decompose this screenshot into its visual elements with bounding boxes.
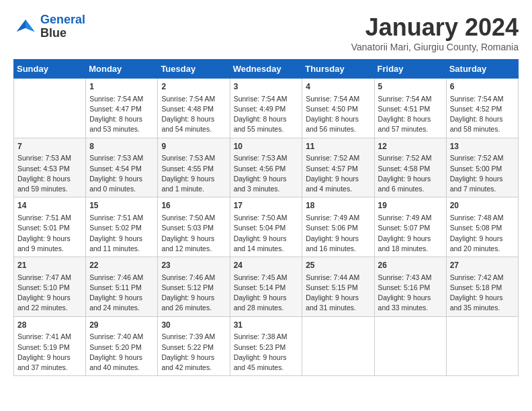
calendar-cell: 16Sunrise: 7:50 AMSunset: 5:03 PMDayligh… [158,197,230,257]
day-info: Sunrise: 7:53 AMSunset: 4:53 PMDaylight:… [17,153,82,194]
calendar-cell: 15Sunrise: 7:51 AMSunset: 5:02 PMDayligh… [86,197,158,257]
day-number: 28 [17,320,82,331]
weekday-header-tuesday: Tuesday [158,60,230,79]
calendar-cell: 29Sunrise: 7:40 AMSunset: 5:20 PMDayligh… [86,316,158,376]
day-info: Sunrise: 7:49 AMSunset: 5:07 PMDaylight:… [378,213,443,254]
day-number: 5 [378,81,443,93]
day-number: 2 [161,81,226,93]
calendar-cell: 1Sunrise: 7:54 AMSunset: 4:47 PMDaylight… [86,79,158,138]
day-number: 1 [89,81,154,93]
day-number: 11 [306,141,370,152]
week-row-4: 21Sunrise: 7:47 AMSunset: 5:10 PMDayligh… [14,257,519,317]
calendar-cell: 26Sunrise: 7:43 AMSunset: 5:16 PMDayligh… [374,257,446,317]
calendar-cell: 17Sunrise: 7:50 AMSunset: 5:04 PMDayligh… [230,197,302,257]
day-info: Sunrise: 7:44 AMSunset: 5:15 PMDaylight:… [306,273,370,314]
day-info: Sunrise: 7:53 AMSunset: 4:54 PMDaylight:… [89,153,154,194]
day-info: Sunrise: 7:38 AMSunset: 5:23 PMDaylight:… [234,332,299,373]
day-number: 13 [450,141,515,152]
day-info: Sunrise: 7:54 AMSunset: 4:48 PMDaylight:… [161,94,226,135]
day-number: 14 [17,200,82,212]
week-row-1: 1Sunrise: 7:54 AMSunset: 4:47 PMDaylight… [14,79,519,138]
day-info: Sunrise: 7:42 AMSunset: 5:18 PMDaylight:… [450,273,515,314]
calendar-table: SundayMondayTuesdayWednesdayThursdayFrid… [13,59,519,376]
day-number: 29 [89,320,154,331]
day-number: 21 [17,260,82,271]
day-info: Sunrise: 7:52 AMSunset: 5:00 PMDaylight:… [450,153,515,194]
day-number: 23 [161,260,226,271]
weekday-header-friday: Friday [374,60,446,79]
calendar-cell: 14Sunrise: 7:51 AMSunset: 5:01 PMDayligh… [14,197,86,257]
day-info: Sunrise: 7:45 AMSunset: 5:14 PMDaylight:… [234,273,299,314]
calendar-cell: 7Sunrise: 7:53 AMSunset: 4:53 PMDaylight… [14,138,86,197]
calendar-cell: 11Sunrise: 7:52 AMSunset: 4:57 PMDayligh… [302,138,374,197]
day-number: 18 [306,200,370,212]
day-info: Sunrise: 7:43 AMSunset: 5:16 PMDaylight:… [378,273,443,314]
calendar-cell: 19Sunrise: 7:49 AMSunset: 5:07 PMDayligh… [374,197,446,257]
calendar-cell: 31Sunrise: 7:38 AMSunset: 5:23 PMDayligh… [230,316,302,376]
calendar-cell: 23Sunrise: 7:46 AMSunset: 5:12 PMDayligh… [158,257,230,317]
day-number: 3 [234,81,299,93]
day-info: Sunrise: 7:51 AMSunset: 5:02 PMDaylight:… [89,213,154,254]
day-info: Sunrise: 7:52 AMSunset: 4:58 PMDaylight:… [378,153,443,194]
week-row-2: 7Sunrise: 7:53 AMSunset: 4:53 PMDaylight… [14,138,519,197]
calendar-cell: 9Sunrise: 7:53 AMSunset: 4:55 PMDaylight… [158,138,230,197]
day-info: Sunrise: 7:52 AMSunset: 4:57 PMDaylight:… [306,153,370,194]
calendar-cell: 8Sunrise: 7:53 AMSunset: 4:54 PMDaylight… [86,138,158,197]
weekday-header-wednesday: Wednesday [230,60,302,79]
day-number: 22 [89,260,154,271]
calendar-cell: 22Sunrise: 7:46 AMSunset: 5:11 PMDayligh… [86,257,158,317]
day-number: 7 [17,141,82,152]
calendar-cell: 6Sunrise: 7:54 AMSunset: 4:52 PMDaylight… [446,79,518,138]
day-info: Sunrise: 7:40 AMSunset: 5:20 PMDaylight:… [89,332,154,373]
logo-icon [13,15,38,39]
day-number: 15 [89,200,154,212]
weekday-header-sunday: Sunday [14,60,86,79]
day-number: 26 [378,260,443,271]
day-number: 19 [378,200,443,212]
weekday-header-monday: Monday [86,60,158,79]
day-number: 24 [234,260,299,271]
calendar-cell: 5Sunrise: 7:54 AMSunset: 4:51 PMDaylight… [374,79,446,138]
day-number: 25 [306,260,370,271]
day-info: Sunrise: 7:50 AMSunset: 5:03 PMDaylight:… [161,213,226,254]
calendar-cell: 25Sunrise: 7:44 AMSunset: 5:15 PMDayligh… [302,257,374,317]
day-info: Sunrise: 7:54 AMSunset: 4:49 PMDaylight:… [234,94,299,135]
day-number: 12 [378,141,443,152]
day-info: Sunrise: 7:50 AMSunset: 5:04 PMDaylight:… [234,213,299,254]
weekday-header-saturday: Saturday [446,60,518,79]
day-number: 4 [306,81,370,93]
day-number: 10 [234,141,299,152]
title-block: January 2024 Vanatorii Mari, Giurgiu Cou… [351,13,519,52]
day-number: 16 [161,200,226,212]
day-info: Sunrise: 7:54 AMSunset: 4:52 PMDaylight:… [450,94,515,135]
calendar-cell [14,79,86,138]
day-number: 27 [450,260,515,271]
calendar-cell [302,316,374,376]
day-number: 30 [161,320,226,331]
weekday-header-thursday: Thursday [302,60,374,79]
day-number: 20 [450,200,515,212]
day-number: 9 [161,141,226,152]
calendar-cell: 30Sunrise: 7:39 AMSunset: 5:22 PMDayligh… [158,316,230,376]
day-info: Sunrise: 7:53 AMSunset: 4:56 PMDaylight:… [234,153,299,194]
calendar-cell: 3Sunrise: 7:54 AMSunset: 4:49 PMDaylight… [230,79,302,138]
calendar-cell: 13Sunrise: 7:52 AMSunset: 5:00 PMDayligh… [446,138,518,197]
day-info: Sunrise: 7:48 AMSunset: 5:08 PMDaylight:… [450,213,515,254]
day-info: Sunrise: 7:54 AMSunset: 4:50 PMDaylight:… [306,94,370,135]
calendar-cell: 18Sunrise: 7:49 AMSunset: 5:06 PMDayligh… [302,197,374,257]
location: Vanatorii Mari, Giurgiu County, Romania [351,42,519,52]
calendar-cell: 28Sunrise: 7:41 AMSunset: 5:19 PMDayligh… [14,316,86,376]
calendar-cell: 10Sunrise: 7:53 AMSunset: 4:56 PMDayligh… [230,138,302,197]
day-info: Sunrise: 7:51 AMSunset: 5:01 PMDaylight:… [17,213,82,254]
calendar-cell: 24Sunrise: 7:45 AMSunset: 5:14 PMDayligh… [230,257,302,317]
week-row-3: 14Sunrise: 7:51 AMSunset: 5:01 PMDayligh… [14,197,519,257]
page-header: General Blue January 2024 Vanatorii Mari… [13,13,519,52]
logo-text: General Blue [40,13,85,40]
week-row-5: 28Sunrise: 7:41 AMSunset: 5:19 PMDayligh… [14,316,519,376]
calendar-cell: 12Sunrise: 7:52 AMSunset: 4:58 PMDayligh… [374,138,446,197]
day-number: 6 [450,81,515,93]
calendar-cell [374,316,446,376]
day-info: Sunrise: 7:53 AMSunset: 4:55 PMDaylight:… [161,153,226,194]
day-info: Sunrise: 7:47 AMSunset: 5:10 PMDaylight:… [17,273,82,314]
calendar-cell: 2Sunrise: 7:54 AMSunset: 4:48 PMDaylight… [158,79,230,138]
